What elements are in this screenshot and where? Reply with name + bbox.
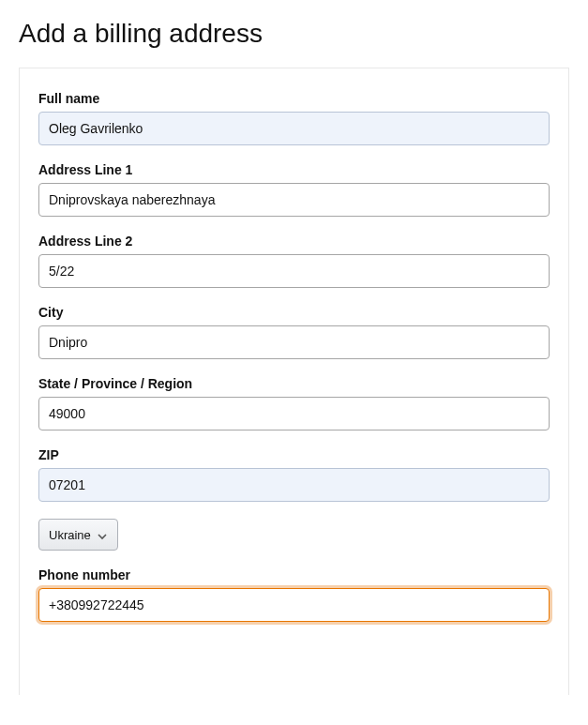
- label-address-1: Address Line 1: [38, 162, 550, 177]
- country-select[interactable]: Ukraine: [38, 519, 118, 551]
- label-phone: Phone number: [38, 567, 550, 582]
- field-address-2: Address Line 2: [38, 234, 550, 288]
- input-city[interactable]: [38, 325, 550, 359]
- page-title: Add a billing address: [19, 19, 569, 51]
- field-address-1: Address Line 1: [38, 162, 550, 217]
- field-state: State / Province / Region: [38, 376, 550, 430]
- input-address-1[interactable]: [38, 183, 550, 217]
- field-city: City: [38, 305, 550, 359]
- billing-form-panel: Full name Address Line 1 Address Line 2 …: [19, 68, 569, 695]
- field-phone: Phone number: [38, 567, 550, 622]
- input-phone[interactable]: [38, 588, 550, 622]
- label-address-2: Address Line 2: [38, 234, 550, 249]
- label-state: State / Province / Region: [38, 376, 550, 391]
- country-selected-value: Ukraine: [49, 528, 91, 542]
- label-full-name: Full name: [38, 91, 550, 106]
- field-full-name: Full name: [38, 91, 550, 145]
- input-state[interactable]: [38, 397, 550, 430]
- input-zip[interactable]: [38, 468, 550, 502]
- input-address-2[interactable]: [38, 254, 550, 288]
- label-city: City: [38, 305, 550, 320]
- field-zip: ZIP: [38, 447, 550, 502]
- label-zip: ZIP: [38, 447, 550, 462]
- chevron-down-icon: [97, 529, 108, 540]
- input-full-name[interactable]: [38, 112, 550, 145]
